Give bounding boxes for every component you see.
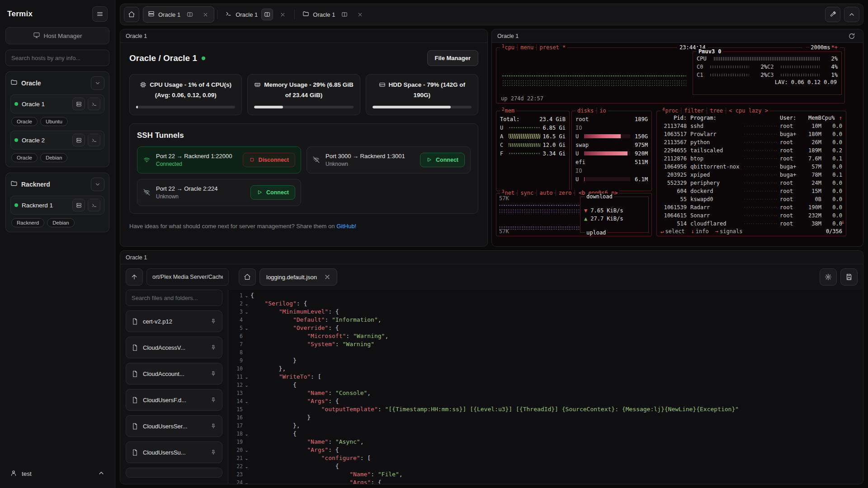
box-menu-item[interactable]: cpu xyxy=(505,44,514,51)
tunnel-disconnect-button[interactable]: Disconnect xyxy=(243,153,295,167)
home-button[interactable] xyxy=(124,7,139,22)
list-item-partial[interactable] xyxy=(126,468,222,478)
editor-settings-button[interactable] xyxy=(820,268,837,286)
process-row[interactable]: 2294655tailscaledroot189M0.2 xyxy=(657,146,846,155)
pin-icon[interactable] xyxy=(210,423,217,429)
tools-button[interactable] xyxy=(825,7,840,22)
close-file-button[interactable] xyxy=(321,271,333,283)
tunnel-connect-button[interactable]: Connect xyxy=(420,153,465,167)
tab-split-button[interactable] xyxy=(261,9,273,20)
box-menu-item[interactable]: io xyxy=(599,108,606,114)
host-manager-button[interactable]: Host Manager xyxy=(5,27,109,44)
pin-icon[interactable] xyxy=(210,397,217,403)
host-stats-button[interactable] xyxy=(72,134,85,146)
footer-key[interactable]: ↵select xyxy=(660,228,685,235)
box-menu-item[interactable]: preset * xyxy=(539,44,566,51)
box-menu-item[interactable]: tree xyxy=(710,108,723,114)
list-item[interactable]: CloudAccount... xyxy=(126,363,222,385)
box-menu-item[interactable]: disks xyxy=(577,108,594,114)
host-item[interactable]: Oracle 2 xyxy=(10,131,104,150)
footer-key[interactable]: ↓info xyxy=(691,228,709,235)
pin-icon[interactable] xyxy=(210,449,217,455)
fold-icon[interactable]: ⌄ xyxy=(243,326,250,331)
process-row[interactable]: 1063517Prowlarrbuga+180M0.0 xyxy=(657,130,846,138)
host-stats-button[interactable] xyxy=(72,199,85,211)
open-file-tab[interactable]: logging.default.json xyxy=(259,268,337,286)
tunnel-connect-button[interactable]: Connect xyxy=(250,185,295,200)
fold-icon[interactable]: ⌄ xyxy=(243,448,250,453)
tab-close-button[interactable] xyxy=(354,9,366,20)
fold-icon[interactable]: ⌄ xyxy=(243,456,250,461)
box-menu-item[interactable]: mem xyxy=(505,108,514,114)
file-search-input[interactable] xyxy=(126,290,222,306)
tab-split-button[interactable] xyxy=(184,9,196,20)
process-row[interactable]: 2112876btoproot7.6M0.1 xyxy=(657,155,846,163)
folder-header[interactable]: Racknerd xyxy=(10,178,104,191)
host-terminal-button[interactable] xyxy=(88,134,100,146)
user-menu[interactable]: test xyxy=(5,466,109,482)
code-editor[interactable]: 1⌄{2⌄ "Serilog": {3⌄ "MinimumLevel": {4 … xyxy=(228,290,863,484)
fold-icon[interactable]: ⌄ xyxy=(243,375,250,380)
process-row[interactable]: 203925xpipedbuga+78M0.1 xyxy=(657,171,846,179)
process-row[interactable]: 552329peripheryroot24M0.0 xyxy=(657,179,846,187)
file-manager-button[interactable]: File Manager xyxy=(427,50,478,66)
box-menu-item[interactable]: auto xyxy=(539,190,552,196)
list-item[interactable]: CloudUsersF.d... xyxy=(126,389,222,411)
up-directory-button[interactable] xyxy=(126,268,143,286)
process-row[interactable]: 2113567pythonroot26M0.0 xyxy=(657,138,846,146)
list-item[interactable]: cert-v2.p12 xyxy=(126,310,222,332)
process-row[interactable]: 2113748sshdroot10M0.0 xyxy=(657,122,846,130)
github-link[interactable]: GitHub! xyxy=(336,223,356,230)
pin-icon[interactable] xyxy=(210,344,217,351)
terminal-display[interactable]: 1cpu┤menu┤preset *23:44:14─2000ms*+up 27… xyxy=(492,43,863,246)
list-item[interactable]: CloudUsersSu... xyxy=(126,441,222,463)
process-row[interactable]: 604dockerdroot15M0.0 xyxy=(657,187,846,195)
path-input[interactable] xyxy=(146,268,229,286)
refresh-button[interactable] xyxy=(846,30,858,42)
box-menu-item[interactable]: menu xyxy=(520,44,533,51)
host-terminal-button[interactable] xyxy=(88,98,100,110)
host-item[interactable]: Oracle 1 xyxy=(10,94,104,113)
fold-icon[interactable]: ⌄ xyxy=(243,399,250,404)
editor-home-button[interactable] xyxy=(239,268,256,286)
tab-split-button[interactable] xyxy=(339,9,350,20)
pin-icon[interactable] xyxy=(210,318,217,324)
fold-icon[interactable]: ⌄ xyxy=(243,301,250,306)
list-item[interactable]: CloudAccessV... xyxy=(126,337,222,358)
host-item[interactable]: Racknerd 1 xyxy=(10,196,104,215)
box-menu-item[interactable]: zero xyxy=(559,190,572,196)
process-row[interactable]: 514cloudflaredroot38M0.0 xyxy=(657,220,846,228)
folder-collapse-button[interactable] xyxy=(91,76,104,90)
box-menu-item[interactable]: proc xyxy=(665,108,678,114)
footer-key[interactable]: →signals xyxy=(715,228,743,235)
fold-icon[interactable]: ⌄ xyxy=(243,310,250,314)
scroll-down-icon[interactable]: ↓ xyxy=(841,219,844,225)
save-file-button[interactable] xyxy=(840,268,858,286)
fold-icon[interactable]: ⌄ xyxy=(243,464,250,469)
tab-rows[interactable]: Oracle 1 xyxy=(143,6,214,23)
box-menu-item[interactable]: < cpu lazy > xyxy=(729,108,768,114)
sidebar-menu-button[interactable] xyxy=(92,6,108,22)
tab-folder[interactable]: Oracle 1 xyxy=(297,6,369,23)
host-stats-button[interactable] xyxy=(72,98,85,110)
host-terminal-button[interactable] xyxy=(88,199,100,211)
folder-collapse-button[interactable] xyxy=(91,178,104,191)
box-menu-item[interactable]: filter xyxy=(684,108,704,114)
collapse-button[interactable] xyxy=(844,7,859,22)
fold-icon[interactable]: ⌄ xyxy=(243,480,250,484)
tab-close-button[interactable] xyxy=(277,9,288,20)
folder-header[interactable]: Oracle xyxy=(10,76,104,90)
process-row[interactable]: 55kswapd0root0B0.0 xyxy=(657,195,846,203)
process-row[interactable]: 1061539Radarrroot190M0.0 xyxy=(657,203,846,211)
process-row[interactable]: 1064615Sonarrroot232M0.0 xyxy=(657,211,846,220)
tab-close-button[interactable] xyxy=(199,9,211,20)
fold-icon[interactable]: ⌄ xyxy=(243,293,250,298)
list-item[interactable]: CloudUsersSer... xyxy=(126,415,222,437)
box-menu-item[interactable]: sync xyxy=(520,190,533,196)
fold-icon[interactable]: ⌄ xyxy=(243,383,250,388)
fold-icon[interactable]: ⌄ xyxy=(243,432,250,436)
tab-terminal[interactable]: Oracle 1 xyxy=(220,6,292,23)
host-search-input[interactable] xyxy=(5,50,109,66)
pin-icon[interactable] xyxy=(210,371,217,377)
process-row[interactable]: 1064956qbittorrent-noxbuga+57M0.0 xyxy=(657,163,846,171)
